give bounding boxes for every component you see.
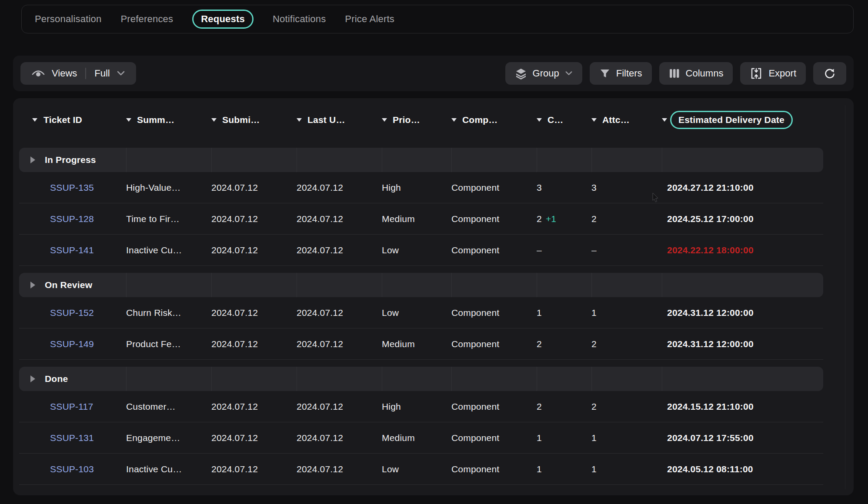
last-updated-cell: 2024.07.12	[297, 339, 382, 349]
summary-cell: Customer…	[126, 401, 211, 412]
toolbar: Views Full Group Filters Columns	[13, 56, 854, 91]
column-separator	[126, 148, 127, 172]
ticket-id-link[interactable]: SSUP-135	[43, 182, 126, 193]
last-updated-cell: 2024.07.12	[297, 214, 382, 224]
expand-caret-icon[interactable]	[30, 375, 35, 382]
export-label: Export	[768, 68, 796, 79]
tab-preferences[interactable]: Preferences	[120, 13, 173, 25]
submitted-date-cell: 2024.07.12	[211, 245, 297, 255]
tab-personalisation[interactable]: Personalisation	[35, 13, 101, 25]
column-separator	[537, 367, 537, 391]
column-header-delivery[interactable]: Estimated Delivery Date	[662, 111, 823, 129]
column-separator	[451, 273, 452, 297]
column-separator	[297, 148, 297, 172]
table-header: Ticket IDSumm…Submi…Last U…Prio…Comp…C…A…	[19, 108, 823, 132]
sort-caret-icon[interactable]	[32, 118, 37, 122]
column-header-comments[interactable]: C…	[537, 115, 591, 125]
priority-cell: Low	[382, 245, 451, 255]
delivery-date-cell: 2024.27.12 21:10:00	[662, 182, 823, 193]
sort-caret-icon	[591, 118, 597, 122]
export-button[interactable]: Export	[740, 62, 806, 85]
column-label-submitted: Submi…	[222, 115, 260, 125]
component-cell: Component	[451, 214, 537, 224]
delivery-date-cell: 2024.05.12 08:11:00	[662, 464, 823, 474]
column-header-submitted[interactable]: Submi…	[211, 115, 297, 125]
group-done: DoneSSUP-117Customer…2024.07.122024.07.1…	[13, 367, 854, 485]
submitted-date-cell: 2024.07.12	[211, 464, 297, 474]
table-row-ssup-149[interactable]: SSUP-149Product Fe…2024.07.122024.07.12M…	[19, 328, 823, 360]
refresh-icon	[824, 67, 836, 80]
column-separator	[451, 148, 452, 172]
ticket-id-link[interactable]: SSUP-117	[43, 401, 126, 412]
table-row-ssup-128[interactable]: SSUP-128Time to Fir…2024.07.122024.07.12…	[19, 203, 823, 235]
ticket-id-link[interactable]: SSUP-128	[43, 214, 126, 224]
component-cell: Component	[451, 308, 537, 318]
delivery-date-cell: 2024.15.12 21:10:00	[662, 401, 823, 412]
group-row-on-review[interactable]: On Review	[19, 273, 823, 297]
table-row-ssup-117[interactable]: SSUP-117Customer…2024.07.122024.07.12Hig…	[19, 391, 823, 422]
column-separator	[126, 367, 127, 391]
priority-cell: Medium	[382, 339, 451, 349]
column-separator	[211, 273, 212, 297]
filters-button[interactable]: Filters	[590, 62, 652, 85]
group-row-done[interactable]: Done	[19, 367, 823, 391]
group-name: Done	[45, 374, 68, 384]
summary-cell: Inactive Cu…	[126, 245, 211, 255]
attachments-count-cell: 1	[591, 464, 662, 474]
views-label: Views	[52, 68, 77, 79]
columns-label: Columns	[686, 68, 724, 79]
summary-cell: Time to Fir…	[126, 214, 211, 224]
priority-cell: High	[382, 182, 451, 193]
table-row-ssup-135[interactable]: SSUP-135High-Value…2024.07.122024.07.12H…	[19, 172, 823, 203]
tab-requests[interactable]: Requests	[192, 10, 254, 29]
submitted-date-cell: 2024.07.12	[211, 182, 297, 193]
group-button[interactable]: Group	[505, 62, 582, 85]
ticket-id-link[interactable]: SSUP-149	[43, 339, 126, 349]
last-updated-cell: 2024.07.12	[297, 182, 382, 193]
expand-caret-icon[interactable]	[30, 282, 35, 288]
columns-button[interactable]: Columns	[659, 62, 733, 85]
table-row-ssup-103[interactable]: SSUP-103Inactive Cu…2024.07.122024.07.12…	[19, 454, 823, 485]
expand-caret-icon[interactable]	[30, 156, 35, 163]
sort-caret-icon	[382, 118, 387, 122]
column-header-summary[interactable]: Summ…	[126, 115, 211, 125]
table-row-ssup-152[interactable]: SSUP-152Churn Risk…2024.07.122024.07.12L…	[19, 297, 823, 328]
summary-cell: Inactive Cu…	[126, 464, 211, 474]
column-header-priority[interactable]: Prio…	[382, 115, 451, 125]
views-button[interactable]: Views Full	[20, 62, 136, 85]
delivery-date-cell: 2024.31.12 12:00:00	[662, 308, 823, 318]
column-header-last_updated[interactable]: Last U…	[297, 115, 382, 125]
table-row-ssup-141[interactable]: SSUP-141Inactive Cu…2024.07.122024.07.12…	[19, 235, 823, 266]
comments-count-cell: 2	[537, 401, 591, 412]
ticket-id-link[interactable]: SSUP-152	[43, 308, 126, 318]
column-separator	[591, 148, 592, 172]
submitted-date-cell: 2024.07.12	[211, 339, 297, 349]
submitted-date-cell: 2024.07.12	[211, 214, 297, 224]
component-cell: Component	[451, 464, 537, 474]
sort-caret-icon	[297, 118, 302, 122]
tab-price-alerts[interactable]: Price Alerts	[345, 13, 394, 25]
comments-count-cell: 2	[537, 339, 591, 349]
column-header-attachments[interactable]: Attc…	[591, 115, 662, 125]
table-row-ssup-131[interactable]: SSUP-131Engageme…2024.07.122024.07.12Med…	[19, 422, 823, 454]
delivery-date-cell: 2024.25.12 17:00:00	[662, 214, 823, 224]
ticket-id-link[interactable]: SSUP-141	[43, 245, 126, 255]
column-separator	[537, 273, 537, 297]
column-label-comments: C…	[548, 115, 564, 125]
tab-notifications[interactable]: Notifications	[273, 13, 326, 25]
group-row-in-progress[interactable]: In Progress	[19, 148, 823, 172]
ticket-id-link[interactable]: SSUP-103	[43, 464, 126, 474]
column-separator	[382, 148, 382, 172]
table-right-edge	[845, 105, 845, 489]
column-header-component[interactable]: Comp…	[451, 115, 537, 125]
ticket-id-link[interactable]: SSUP-131	[43, 433, 126, 443]
refresh-button[interactable]	[813, 62, 846, 85]
priority-cell: Low	[382, 308, 451, 318]
priority-cell: High	[382, 401, 451, 412]
column-label-attachments: Attc…	[602, 115, 630, 125]
comments-count-cell: –	[537, 245, 591, 255]
tab-label: Notifications	[273, 13, 326, 25]
attachments-count-cell: 2	[591, 339, 662, 349]
column-header-ticket[interactable]: Ticket ID	[43, 115, 126, 125]
column-separator	[297, 367, 297, 391]
